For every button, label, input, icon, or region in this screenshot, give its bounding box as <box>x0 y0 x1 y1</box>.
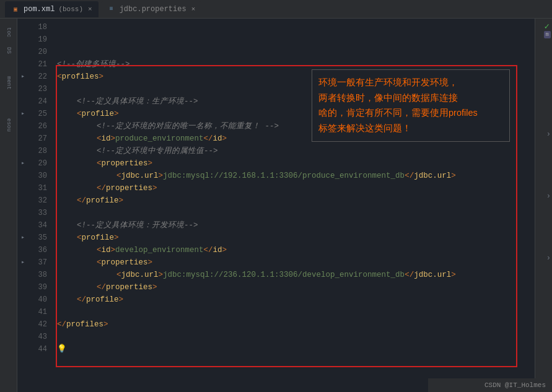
endtag-27-open: </ <box>204 133 213 145</box>
gutter-38 <box>17 269 28 281</box>
tooltip-line4: 标签来解决这类问题！ <box>318 123 411 133</box>
gutter-22: ▸ <box>17 71 28 83</box>
fold-icon-22[interactable]: ▸ <box>21 71 25 83</box>
fold-icon-37[interactable]: ▸ <box>21 256 25 269</box>
bracket-30-close: > <box>159 170 164 182</box>
mini-badge: m <box>544 31 551 38</box>
bracket-37-open: < <box>97 256 102 269</box>
tab-jdbc-close[interactable]: × <box>191 6 196 13</box>
gutter-19 <box>17 33 28 46</box>
ds-label[interactable]: DS <box>4 45 13 56</box>
bracket-42-open: </ <box>57 318 66 331</box>
comment-28: <!--定义环境中专用的属性值--> <box>97 145 218 157</box>
tooltip-line3: 啥的，肯定有所不同，需要使用profiles <box>318 108 478 118</box>
gutter-27 <box>17 133 28 145</box>
code-line-31: </properties> <box>57 182 530 194</box>
linenum-23: 23 <box>28 83 47 95</box>
bracket-40-open: </ <box>77 294 86 306</box>
tab-pom-xml[interactable]: ▣ pom.xml (boss) × <box>5 1 99 17</box>
gutter-33 <box>17 207 28 219</box>
linenum-42: 42 <box>28 318 47 331</box>
tag-22-name: profiles <box>62 71 99 83</box>
gutter-41 <box>17 306 28 318</box>
linenum-44: 44 <box>28 343 47 355</box>
code-line-38: <jdbc.url>jdbc:mysql://236.120.1.1:3306/… <box>57 269 530 281</box>
gutter-37: ▸ <box>17 256 28 269</box>
endtag-36-open: </ <box>204 244 213 256</box>
code-line-28: <!--定义环境中专用的属性值--> <box>57 145 530 157</box>
bracket-32-open: </ <box>77 194 86 207</box>
gutter-35: ▸ <box>17 232 28 244</box>
gutter-23 <box>17 83 28 95</box>
code-line-34: <!--定义具体环境：开发环境--> <box>57 219 530 232</box>
code-line-33 <box>57 207 530 219</box>
tab-pom-close[interactable]: × <box>88 6 92 13</box>
gutter-43 <box>17 331 28 343</box>
arrow-right-mid[interactable]: › <box>546 192 551 201</box>
linenum-21: 21 <box>28 58 47 71</box>
tag-31-name: properties <box>106 182 152 194</box>
linenum-38: 38 <box>28 269 47 281</box>
gutter-26 <box>17 120 28 133</box>
comment-34: <!--定义具体环境：开发环境--> <box>77 219 198 232</box>
bracket-27-open: < <box>97 133 102 145</box>
linenum-18: 18 <box>28 21 47 33</box>
gutter-30 <box>17 170 28 182</box>
linenum-20: 20 <box>28 46 47 58</box>
structure-label[interactable]: ment <box>4 74 13 92</box>
code-line-42: </profiles> <box>57 318 530 331</box>
endtag-36-name: id <box>213 244 222 256</box>
fold-icon-35[interactable]: ▸ <box>21 232 25 244</box>
fold-icon-25[interactable]: ▸ <box>21 108 25 120</box>
tab-pom-sublabel: (boss) <box>58 6 83 13</box>
tag-38-name: jdbc.url <box>121 269 159 281</box>
code-line-21: <!--创建多环境--> <box>57 58 530 71</box>
bracket-27-close: > <box>111 133 116 145</box>
main-layout: toc DS ment esou ▸ ▸ ▸ ▸ ▸ 18 <box>0 19 552 392</box>
bracket-31-close: > <box>152 182 157 194</box>
gutter-20 <box>17 46 28 58</box>
bracket-22-open: < <box>57 71 62 83</box>
linenum-27: 27 <box>28 133 47 145</box>
endtag-27-close: > <box>222 133 227 145</box>
bracket-39-close: > <box>152 281 157 294</box>
comment-26: <!--定义环境的对应的唯一名称，不能重复！ --> <box>97 120 279 133</box>
gutter-36 <box>17 244 28 256</box>
arrow-right-top[interactable]: › <box>546 130 551 139</box>
tab-jdbc-properties[interactable]: ≡ jdbc.properties × <box>101 1 202 17</box>
status-bar: CSDN @IT_Holmes <box>428 378 552 392</box>
bracket-22-close: > <box>99 71 104 83</box>
fold-icon-29[interactable]: ▸ <box>21 157 25 170</box>
line-numbers: 18 19 20 21 22 23 24 25 26 27 28 29 30 3… <box>28 19 52 392</box>
bracket-36-open: < <box>97 244 102 256</box>
resource-label[interactable]: esou <box>4 116 13 134</box>
value-30: jdbc:mysql://192.168.1.1:3306/produce_en… <box>163 170 405 182</box>
linenum-25: 25 <box>28 108 47 120</box>
credit-text: CSDN @IT_Holmes <box>484 381 546 389</box>
bracket-32-close: > <box>119 194 124 207</box>
code-line-44: 💡 <box>57 343 530 355</box>
linenum-24: 24 <box>28 95 47 108</box>
endtag-36-close: > <box>222 244 227 256</box>
linenum-31: 31 <box>28 182 47 194</box>
bracket-37-close: > <box>148 256 153 269</box>
bracket-36-close: > <box>111 244 116 256</box>
code-editor[interactable]: <!--创建多环境--> <profiles> <!--定义具体环境：生产环境-… <box>52 19 535 392</box>
linenum-26: 26 <box>28 120 47 133</box>
xml-file-icon: ▣ <box>11 5 20 14</box>
linenum-28: 28 <box>28 145 47 157</box>
tab-jdbc-label: jdbc.properties <box>120 5 186 14</box>
gutter-24 <box>17 95 28 108</box>
code-line-18 <box>57 21 530 33</box>
linenum-37: 37 <box>28 256 47 269</box>
bracket-25-close: > <box>114 108 119 120</box>
bracket-42-close: > <box>103 318 108 331</box>
bulb-icon-44[interactable]: 💡 <box>57 343 67 355</box>
code-line-39: </properties> <box>57 281 530 294</box>
linenum-35: 35 <box>28 232 47 244</box>
code-line-40: </profile> <box>57 294 530 306</box>
left-sidebar: toc DS ment esou <box>0 19 17 392</box>
arrow-right-bot[interactable]: › <box>546 254 551 263</box>
toc-label[interactable]: toc <box>4 25 13 40</box>
bracket-30-open: < <box>116 170 121 182</box>
